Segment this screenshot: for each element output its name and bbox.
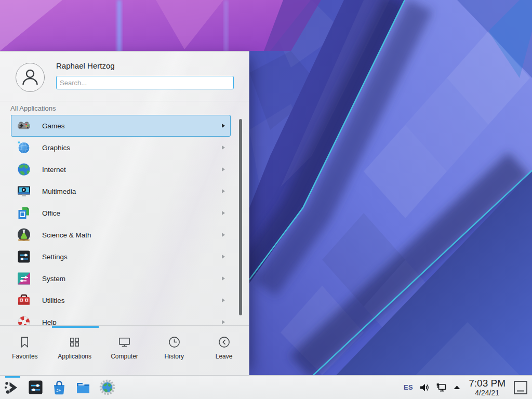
tab-applications[interactable]: Applications — [50, 329, 100, 375]
menu-item-help[interactable]: Help — [11, 311, 231, 325]
menu-item-label: Games — [42, 122, 65, 130]
tab-label: Computer — [111, 353, 138, 360]
application-launcher-popup: Raphael Hertzog All Applications Games — [0, 51, 249, 375]
graphics-icon — [17, 140, 31, 155]
applications-category-list: Games Graphics — [0, 115, 249, 325]
volume-icon — [419, 382, 430, 393]
kde-launcher-icon — [3, 379, 20, 396]
tab-history[interactable]: History — [149, 329, 199, 375]
dolphin-folder-icon — [75, 379, 91, 396]
user-icon — [16, 63, 44, 91]
launcher-tabbar: Favorites Applications Computer — [0, 329, 249, 375]
taskbar-panel: ES 7:03 PM 4/24/21 — [0, 375, 532, 399]
digital-clock[interactable]: 7:03 PM 4/24/21 — [469, 378, 506, 396]
submenu-arrow-icon — [222, 255, 225, 259]
discover-bag-icon — [51, 379, 68, 396]
network-icon — [435, 382, 447, 393]
utilities-toolbox-icon — [17, 293, 31, 308]
network-button[interactable] — [435, 382, 447, 393]
menu-item-office[interactable]: Office — [11, 202, 231, 224]
system-settings-button[interactable] — [27, 379, 44, 396]
games-icon — [17, 118, 31, 133]
science-flask-icon — [17, 228, 31, 242]
menu-item-label: System — [42, 275, 65, 283]
globe-gear-icon — [99, 379, 115, 395]
scrollbar-thumb[interactable] — [239, 119, 242, 315]
show-desktop-icon — [513, 380, 528, 395]
tab-label: Leave — [216, 353, 233, 360]
active-tab-indicator — [52, 326, 99, 328]
tab-favorites[interactable]: Favorites — [0, 329, 50, 375]
expand-tray-icon — [453, 385, 461, 390]
tab-leave[interactable]: Leave — [199, 329, 249, 375]
menu-item-label: Graphics — [42, 144, 70, 152]
submenu-arrow-icon — [222, 211, 225, 215]
help-lifering-icon — [17, 315, 31, 325]
submenu-arrow-icon — [222, 233, 225, 237]
menu-item-utilities[interactable]: Utilities — [11, 289, 231, 311]
menu-item-label: Office — [42, 209, 60, 217]
desktop: { "launcher": { "user_name": "Raphael He… — [0, 0, 532, 399]
expand-tray-button[interactable] — [453, 385, 461, 390]
show-desktop-button[interactable] — [513, 380, 528, 395]
submenu-arrow-icon — [222, 298, 225, 302]
menu-item-label: Help — [42, 318, 57, 326]
section-label: All Applications — [10, 104, 56, 112]
submenu-arrow-icon — [222, 276, 225, 281]
menu-item-label: Internet — [42, 166, 66, 174]
settings-sliders-icon — [17, 249, 31, 264]
menu-item-label: Settings — [42, 253, 68, 261]
menu-item-graphics[interactable]: Graphics — [11, 137, 231, 158]
web-browser-button[interactable] — [99, 379, 115, 396]
user-name: Raphael Hertzog — [56, 61, 115, 70]
office-icon — [17, 206, 31, 220]
menu-item-label: Science & Math — [42, 231, 91, 239]
header-divider — [0, 101, 249, 101]
submenu-arrow-icon — [222, 320, 225, 324]
clock-date: 4/24/21 — [475, 389, 499, 396]
tab-label: History — [165, 353, 184, 360]
avatar[interactable] — [16, 63, 45, 92]
favorites-bookmark-icon — [18, 335, 32, 349]
submenu-arrow-icon — [222, 124, 225, 128]
menu-item-science-math[interactable]: Science & Math — [11, 224, 231, 246]
applications-grid-icon — [68, 335, 82, 349]
menu-item-multimedia[interactable]: Multimedia — [11, 180, 231, 202]
keyboard-layout-indicator[interactable]: ES — [404, 383, 413, 391]
tab-computer[interactable]: Computer — [100, 329, 150, 375]
clock-time: 7:03 PM — [469, 378, 506, 388]
system-settings-icon — [28, 379, 44, 395]
menu-item-games[interactable]: Games — [11, 115, 231, 137]
menu-item-settings[interactable]: Settings — [11, 246, 231, 268]
launcher-header: Raphael Hertzog — [0, 51, 249, 101]
tabbar-divider — [0, 325, 249, 326]
taskbar-launchers — [3, 376, 115, 399]
submenu-arrow-icon — [222, 145, 225, 150]
tab-label: Applications — [58, 353, 91, 360]
volume-button[interactable] — [419, 382, 430, 393]
menu-item-internet[interactable]: Internet — [11, 158, 231, 180]
application-launcher-button[interactable] — [3, 379, 20, 396]
menu-item-system[interactable]: System — [11, 268, 231, 289]
submenu-arrow-icon — [222, 189, 225, 193]
leave-back-icon — [217, 335, 231, 349]
internet-globe-icon — [17, 162, 31, 177]
system-icon — [17, 271, 31, 286]
computer-monitor-icon — [117, 335, 131, 349]
multimedia-icon — [17, 184, 31, 198]
history-clock-icon — [167, 335, 181, 349]
submenu-arrow-icon — [222, 167, 225, 171]
file-manager-button[interactable] — [75, 379, 91, 396]
search-input[interactable] — [56, 76, 234, 89]
system-tray: ES 7:03 PM 4/24/21 — [404, 376, 532, 399]
tab-label: Favorites — [12, 353, 37, 360]
discover-button[interactable] — [51, 379, 68, 396]
menu-item-label: Multimedia — [42, 188, 76, 195]
menu-item-label: Utilities — [42, 297, 65, 304]
